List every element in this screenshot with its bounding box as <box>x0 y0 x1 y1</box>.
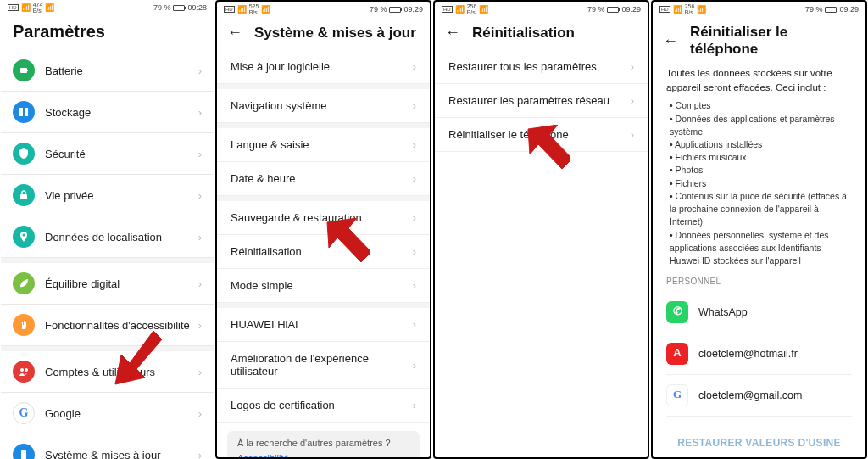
system-row[interactable]: Logos de certification› <box>217 389 430 423</box>
row-label: Sécurité <box>45 148 198 160</box>
svg-rect-4 <box>20 194 27 199</box>
status-bar: HD 📶 525B/s 📶 79 % 09:29 <box>217 2 430 17</box>
google-icon: G <box>13 402 35 424</box>
row-label: Langue & saisie <box>231 138 413 151</box>
svg-rect-2 <box>19 108 23 116</box>
chevron-right-icon: › <box>198 231 202 243</box>
header: ← Réinitialiser le téléphone <box>653 17 865 66</box>
reset-row[interactable]: Restaurer les paramètres réseau› <box>435 84 648 118</box>
chevron-right-icon: › <box>198 449 202 460</box>
chevron-right-icon: › <box>413 279 416 292</box>
header: ← Système & mises à jour <box>217 17 430 50</box>
system-updates-screen: HD 📶 525B/s 📶 79 % 09:29 ← Système & mis… <box>215 0 431 459</box>
net-speed: 474B/s <box>33 2 43 14</box>
chevron-right-icon: › <box>631 128 634 141</box>
chevron-right-icon: › <box>413 99 416 112</box>
hd-icon: HD <box>224 6 235 13</box>
search-link[interactable]: Accessibilité <box>237 453 409 459</box>
search-prompt: À la recherche d'autres paramètres ? <box>237 438 409 448</box>
chevron-right-icon: › <box>198 407 202 420</box>
clock: 09:29 <box>621 5 641 14</box>
chevron-right-icon: › <box>198 64 202 77</box>
system-row[interactable]: Mise à jour logicielle› <box>217 50 430 84</box>
system-row[interactable]: Mode simple› <box>217 269 430 303</box>
system-row[interactable]: Langue & saisie› <box>217 128 430 162</box>
page-title: Réinitialiser le téléphone <box>690 24 855 58</box>
lock-icon <box>13 184 35 206</box>
row-label: Google <box>45 407 198 420</box>
reset-phone-screen: HD 📶 256B/s 📶 79 % 09:29 ← Réinitialiser… <box>651 0 867 459</box>
restore-factory-button[interactable]: RESTAURER VALEURS D'USINE <box>653 425 865 457</box>
battery-icon <box>607 7 619 13</box>
pin-icon <box>13 226 35 248</box>
chevron-right-icon: › <box>413 245 416 258</box>
battery-icon <box>173 5 185 11</box>
clock: 09:29 <box>839 5 859 14</box>
chevron-right-icon: › <box>413 318 416 331</box>
row-label: Date & heure <box>231 172 413 185</box>
row-label: Navigation système <box>231 99 413 112</box>
svg-point-5 <box>23 234 25 237</box>
battery-pct: 79 % <box>587 5 605 14</box>
system-row[interactable]: Réinitialisation› <box>217 235 430 269</box>
settings-row-shield[interactable]: Sécurité› <box>1 133 214 175</box>
row-label: Réinitialisation <box>231 245 413 258</box>
settings-row-lock[interactable]: Vie privée› <box>1 175 214 216</box>
chevron-right-icon: › <box>198 148 202 160</box>
settings-main-screen: HD 📶 474B/s 📶 79 % 09:28 Paramètres Batt… <box>1 0 214 459</box>
net-speed: 525B/s <box>249 3 259 15</box>
chevron-right-icon: › <box>413 211 416 224</box>
back-icon[interactable]: ← <box>663 32 678 50</box>
chevron-right-icon: › <box>198 189 202 202</box>
bullet-item: Fichiers <box>670 177 852 190</box>
bullet-item: Applications installées <box>670 138 852 151</box>
system-row[interactable]: Amélioration de l'expérience utilisateur… <box>217 342 430 389</box>
page-title: Paramètres <box>1 15 214 50</box>
storage-icon <box>13 101 35 123</box>
section-header: PERSONNEL <box>666 276 852 288</box>
bullet-item: Photos <box>670 164 852 176</box>
shield-icon <box>13 143 35 165</box>
status-bar: HD 📶 256B/s 📶 79 % 09:29 <box>435 2 648 17</box>
status-bar: HD 📶 256B/s 📶 79 % 09:29 <box>653 2 865 17</box>
reset-row[interactable]: Réinitialiser le téléphone› <box>435 118 648 152</box>
account-row[interactable]: Gtoitsalternatifs@gmail.com <box>666 417 852 425</box>
row-label: Réinitialiser le téléphone <box>448 128 631 141</box>
bullet-item: Données personnelles, système et des app… <box>670 229 852 268</box>
account-row[interactable]: ✆WhatsApp <box>666 292 852 333</box>
search-suggestion-box: À la recherche d'autres paramètres ? Acc… <box>227 431 420 459</box>
account-row[interactable]: Acloetclem@hotmail.fr <box>666 333 852 375</box>
chevron-right-icon: › <box>413 138 416 151</box>
clock: 09:29 <box>403 5 423 14</box>
settings-row-leaf[interactable]: Équilibre digital› <box>1 263 214 305</box>
wifi-icon: 📶 <box>697 5 706 14</box>
system-row[interactable]: Sauvegarde & restauration› <box>217 201 430 235</box>
account-row[interactable]: Gcloetclem@gmail.com <box>666 375 852 417</box>
settings-row-hand[interactable]: Fonctionnalités d'accessibilité› <box>1 305 214 346</box>
battery-pct: 79 % <box>805 5 823 14</box>
back-icon[interactable]: ← <box>227 24 242 42</box>
settings-row-google[interactable]: GGoogle› <box>1 393 214 434</box>
row-label: Restaurer les paramètres réseau <box>448 94 631 107</box>
row-label: Équilibre digital <box>45 277 198 290</box>
signal-icon: 📶 <box>455 5 465 14</box>
settings-row-users[interactable]: Comptes & utilisateurs› <box>1 351 214 393</box>
reset-row[interactable]: Restaurer tous les paramètres› <box>435 50 648 84</box>
system-row[interactable]: Date & heure› <box>217 162 430 196</box>
bullet-item: Comptes <box>670 99 852 112</box>
back-icon[interactable]: ← <box>445 24 460 42</box>
signal-icon: 📶 <box>21 3 31 12</box>
phone-icon <box>13 444 35 459</box>
system-row[interactable]: Navigation système› <box>217 89 430 123</box>
row-label: Batterie <box>45 64 198 77</box>
system-row[interactable]: HUAWEI HiAI› <box>217 308 430 342</box>
row-label: Comptes & utilisateurs <box>45 366 198 378</box>
hand-icon <box>13 314 35 336</box>
settings-row-storage[interactable]: Stockage› <box>1 92 214 133</box>
page-title: Réinitialisation <box>472 25 575 42</box>
settings-row-phone[interactable]: Système & mises à jour› <box>1 434 214 459</box>
leaf-icon <box>13 272 35 294</box>
settings-row-pin[interactable]: Données de localisation› <box>1 216 214 258</box>
settings-row-battery[interactable]: Batterie› <box>1 50 214 92</box>
signal-icon: 📶 <box>673 5 682 14</box>
